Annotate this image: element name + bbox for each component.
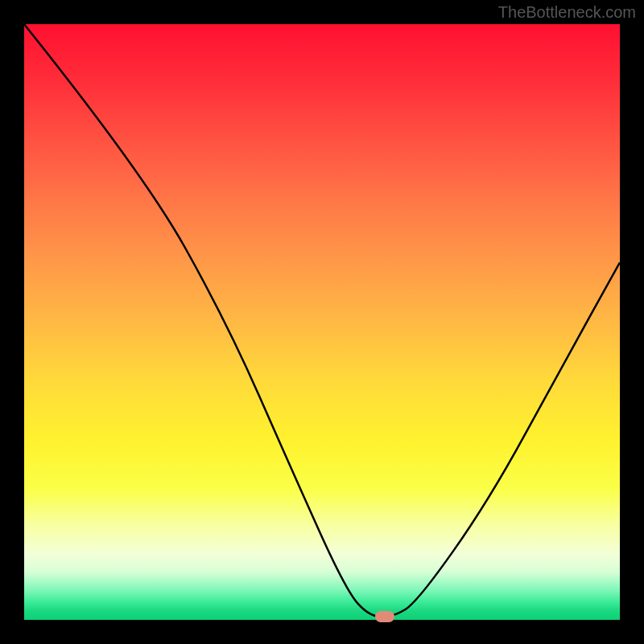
optimal-point-marker <box>375 611 394 622</box>
watermark-text: TheBottleneck.com <box>498 3 636 22</box>
plot-area <box>24 24 620 620</box>
bottleneck-curve <box>24 24 620 620</box>
